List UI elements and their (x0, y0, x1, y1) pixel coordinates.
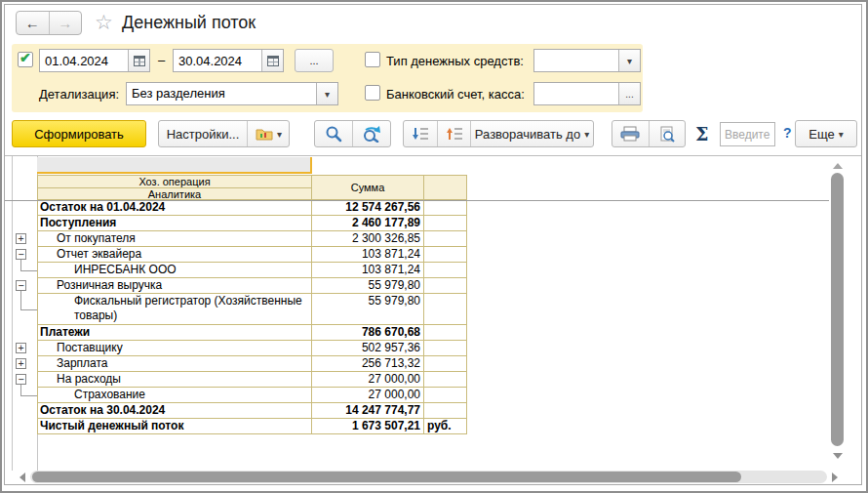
tree-gutter: − (12, 372, 37, 388)
collapse-icon[interactable]: − (16, 249, 26, 260)
v-scroll-down-arrow[interactable] (833, 453, 843, 459)
settings-group: Настройки... (158, 120, 290, 147)
row-label[interactable]: Фискальный регистратор (Хозяйственные то… (37, 294, 312, 325)
tree-gutter (12, 216, 37, 231)
h-scroll-right-arrow[interactable] (832, 472, 838, 482)
h-scrollbar-thumb[interactable] (32, 472, 741, 482)
row-value[interactable]: 55 979,80 (312, 278, 424, 294)
row-value[interactable]: 502 957,36 (312, 341, 424, 356)
tree-connector-line (20, 395, 37, 396)
row-unit (424, 247, 467, 263)
row-value[interactable]: 256 713,32 (312, 356, 424, 372)
table-row: − На расходы 27 000,00 (12, 372, 467, 388)
selected-cell[interactable] (37, 157, 312, 174)
row-label[interactable]: На расходы (37, 372, 312, 388)
row-value[interactable]: 2 300 326,85 (312, 231, 424, 247)
bank-account-value[interactable] (534, 83, 618, 104)
row-value[interactable]: 103 871,24 (312, 247, 424, 263)
period-to-input[interactable] (174, 50, 261, 71)
header-extra[interactable] (424, 175, 467, 200)
row-label[interactable]: ИНРЕСБАНК ООО (37, 263, 312, 278)
search-button[interactable] (315, 121, 352, 146)
report-form: ← → ☆ Денежный поток – .. (4, 4, 862, 485)
row-value[interactable]: 27 000,00 (312, 372, 424, 388)
row-label[interactable]: Страхование (37, 388, 312, 403)
table-row: + Зарплата 256 713,32 (12, 356, 467, 372)
bank-account-checkbox[interactable] (365, 85, 380, 101)
row-label[interactable]: Розничная выручка (37, 278, 312, 294)
help-button[interactable]: ? (783, 125, 792, 141)
cash-type-dropdown-button[interactable] (618, 50, 640, 71)
generate-button[interactable]: Сформировать (12, 120, 146, 147)
row-label[interactable]: Платежи (37, 325, 312, 341)
print-button[interactable] (612, 121, 649, 146)
row-value[interactable]: 1 673 507,21 (312, 419, 424, 434)
period-from-field (39, 49, 150, 72)
collapse-icon[interactable]: − (16, 374, 26, 385)
row-value[interactable]: 103 871,24 (312, 263, 424, 278)
settings-button[interactable]: Настройки... (159, 121, 247, 146)
expand-icon[interactable]: + (16, 233, 26, 244)
table-row: Остаток на 01.04.2024 12 574 267,56 (12, 200, 467, 216)
period-choose-button[interactable]: ... (296, 50, 333, 71)
row-label[interactable]: Остаток на 30.04.2024 (37, 403, 312, 419)
v-scroll-up-arrow[interactable] (833, 163, 843, 169)
row-label[interactable]: Поставщику (37, 341, 312, 356)
back-button[interactable]: ← (17, 12, 50, 34)
print-preview-icon (658, 126, 676, 143)
v-scrollbar-thumb[interactable] (831, 173, 844, 446)
period-to-calendar-button[interactable] (261, 50, 283, 71)
collapse-icon[interactable]: − (16, 280, 26, 291)
row-value[interactable]: 786 670,68 (312, 325, 424, 341)
header-operation[interactable]: Хоз. операция (38, 176, 311, 188)
bank-account-choose-button[interactable]: ... (618, 83, 640, 104)
more-button[interactable]: Еще (796, 121, 856, 146)
h-scrollbar-track[interactable] (30, 471, 827, 483)
calendar-icon (134, 56, 145, 66)
row-value[interactable]: 12 574 267,56 (312, 200, 424, 216)
expand-all-button[interactable] (404, 121, 437, 146)
quick-search-input[interactable] (720, 122, 775, 146)
period-from-calendar-button[interactable] (128, 50, 149, 71)
row-label[interactable]: От покупателя (37, 231, 312, 247)
forward-button[interactable]: → (50, 12, 82, 34)
search-next-button[interactable] (352, 121, 390, 146)
h-scroll-left-arrow[interactable] (20, 472, 25, 482)
row-label[interactable]: Остаток на 01.04.2024 (37, 200, 312, 216)
favorite-star-icon[interactable]: ☆ (95, 11, 113, 34)
row-value[interactable]: 55 979,80 (312, 294, 424, 325)
row-value[interactable]: 27 000,00 (312, 388, 424, 403)
period-from-input[interactable] (40, 50, 128, 71)
cash-type-checkbox[interactable] (365, 52, 380, 67)
row-value[interactable]: 2 460 177,89 (312, 216, 424, 231)
detail-value[interactable]: Без разделения (127, 83, 316, 104)
autosum-button[interactable]: Σ (695, 123, 708, 144)
table-row: + От покупателя 2 300 326,85 (12, 231, 467, 247)
expand-icon[interactable]: + (16, 358, 26, 369)
print-preview-button[interactable] (649, 121, 685, 146)
detail-combo: Без разделения (126, 82, 338, 105)
row-value[interactable]: 14 247 774,77 (312, 403, 424, 419)
expand-icon[interactable]: + (16, 343, 26, 353)
cash-type-label: Тип денежных средств: (386, 54, 524, 68)
tree-connector-line (20, 263, 21, 270)
period-checkbox[interactable] (18, 52, 33, 67)
row-label[interactable]: Чистый денежный поток (37, 419, 312, 434)
row-unit (424, 372, 467, 388)
tree-gutter (12, 419, 37, 434)
row-unit: руб. (424, 419, 467, 434)
cash-type-value[interactable] (534, 50, 618, 71)
row-unit (424, 341, 467, 356)
app-window: ← → ☆ Денежный поток – .. (0, 0, 868, 493)
header-analytics[interactable]: Аналитика (38, 188, 311, 199)
report-variants-button[interactable] (247, 121, 290, 146)
detail-dropdown-button[interactable] (316, 83, 337, 104)
header-amount[interactable]: Сумма (312, 175, 424, 200)
row-label[interactable]: Зарплата (37, 356, 312, 372)
table-row: Страхование 27 000,00 (12, 388, 467, 403)
tree-connector-line (20, 270, 37, 271)
row-label[interactable]: Поступления (37, 216, 312, 231)
expand-to-button[interactable]: Разворачивать до (470, 121, 593, 146)
collapse-all-button[interactable] (437, 121, 470, 146)
row-label[interactable]: Отчет эквайера (37, 247, 312, 263)
